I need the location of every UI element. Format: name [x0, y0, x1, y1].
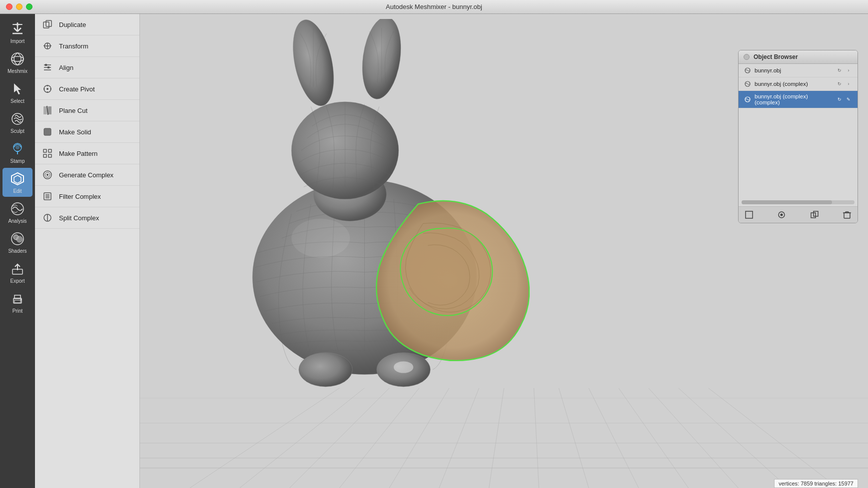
sidebar-item-analysis[interactable]: Analysis: [2, 198, 32, 227]
sidebar-item-label-print: Print: [12, 308, 23, 314]
window-title: Autodesk Meshmixer - bunnyr.obj: [386, 3, 482, 10]
sidebar-item-label-import: Import: [10, 38, 24, 44]
traffic-lights: [6, 3, 32, 10]
transform-icon: [42, 40, 53, 51]
plane-cut-label: Plane Cut: [59, 107, 87, 114]
make-pattern-icon: [42, 148, 53, 159]
object-browser: Object Browser bunnyr.obj ↻ › bunnyr.obj…: [738, 50, 858, 223]
ob-scrollbar-thumb[interactable]: [742, 200, 832, 204]
svg-rect-94: [746, 211, 753, 218]
sidebar-item-label-shaders: Shaders: [8, 248, 26, 254]
duplicate-label: Duplicate: [59, 21, 86, 28]
ob-item-0[interactable]: bunnyr.obj ↻ ›: [739, 64, 858, 77]
svg-point-87: [299, 353, 352, 387]
sidebar-item-edit[interactable]: Edit: [2, 168, 32, 197]
svg-point-23: [16, 236, 22, 242]
ob-spacer: [739, 108, 858, 198]
ob-refresh-btn-1[interactable]: ↻: [836, 80, 844, 88]
svg-rect-47: [48, 106, 51, 114]
ob-item-icon-0: [744, 66, 752, 74]
menu-item-create-pivot[interactable]: Create Pivot: [35, 78, 139, 100]
shaders-icon: [9, 231, 25, 247]
make-pattern-label: Make Pattern: [59, 150, 97, 157]
svg-line-79: [649, 388, 739, 488]
align-label: Align: [59, 64, 73, 71]
menu-item-split-complex[interactable]: Split Complex: [35, 207, 139, 229]
sidebar-item-label-select: Select: [10, 98, 24, 104]
filter-complex-label: Filter Complex: [59, 193, 101, 200]
sidebar-item-select[interactable]: Select: [2, 78, 32, 107]
ob-item-actions-2: ↻ ✎: [836, 95, 853, 103]
close-button[interactable]: [6, 3, 12, 10]
menu-item-transform[interactable]: Transform: [35, 35, 139, 57]
sculpt-icon: [9, 111, 25, 127]
object-browser-close[interactable]: [744, 54, 750, 60]
ob-refresh-btn-0[interactable]: ↻: [836, 66, 844, 74]
ob-item-1[interactable]: bunnyr.obj (complex) ↻ ›: [739, 77, 858, 91]
sidebar-item-export[interactable]: Export: [2, 258, 32, 287]
plane-cut-icon: [42, 105, 53, 116]
bunny-mesh: [180, 19, 530, 409]
ob-toolbar: [739, 206, 858, 223]
svg-line-80: [679, 388, 789, 488]
menu-item-filter-complex[interactable]: Filter Complex: [35, 186, 139, 207]
svg-marker-19: [14, 175, 21, 183]
menu-item-make-pattern[interactable]: Make Pattern: [35, 143, 139, 164]
sidebar-item-print[interactable]: Print: [2, 288, 32, 317]
ob-item-icon-2: [744, 95, 752, 103]
sidebar-item-shaders[interactable]: Shaders: [2, 228, 32, 257]
svg-point-90: [394, 361, 413, 373]
svg-point-11: [11, 56, 23, 61]
svg-point-89: [291, 219, 350, 258]
ob-arrow-btn-1[interactable]: ›: [845, 80, 853, 88]
edit-icon: [9, 171, 25, 187]
sidebar-item-import[interactable]: Import: [2, 18, 32, 47]
ob-tool-settings-btn[interactable]: [776, 209, 787, 220]
sidebar-item-label-export: Export: [10, 278, 25, 284]
ob-tool-box-btn[interactable]: [744, 209, 755, 220]
ob-item-2[interactable]: bunnyr.obj (complex) (complex) ↻ ✎: [739, 91, 858, 108]
ob-tool-copy-btn[interactable]: [809, 209, 820, 220]
menu-item-align[interactable]: Align: [35, 57, 139, 78]
make-solid-icon: [42, 126, 53, 137]
svg-rect-46: [43, 106, 47, 114]
sidebar-item-sculpt[interactable]: Sculpt: [2, 108, 32, 137]
svg-marker-12: [14, 83, 21, 94]
svg-line-48: [47, 106, 48, 115]
print-icon: [9, 291, 25, 307]
menu-item-make-solid[interactable]: Make Solid: [35, 121, 139, 143]
svg-line-75: [534, 388, 539, 488]
ob-tool-delete-btn[interactable]: [842, 209, 853, 220]
menu-item-plane-cut[interactable]: Plane Cut: [35, 100, 139, 121]
svg-line-76: [559, 388, 589, 488]
ob-arrow-btn-0[interactable]: ›: [845, 66, 853, 74]
svg-rect-38: [45, 64, 47, 66]
minimize-button[interactable]: [16, 3, 22, 10]
ob-item-actions-0: ↻ ›: [836, 66, 853, 74]
import-icon: [9, 21, 25, 37]
svg-rect-50: [43, 149, 46, 152]
duplicate-icon: [42, 19, 53, 30]
maximize-button[interactable]: [26, 3, 32, 10]
ob-scrollbar[interactable]: [742, 200, 855, 204]
sidebar-item-meshmix[interactable]: Meshmix: [2, 48, 32, 77]
svg-rect-99: [844, 213, 850, 218]
stamp-icon: [9, 141, 25, 157]
generate-complex-label: Generate Complex: [59, 171, 113, 179]
svg-point-41: [46, 88, 48, 90]
sidebar-item-stamp[interactable]: Stamp: [2, 138, 32, 167]
ob-item-text-1: bunnyr.obj (complex): [755, 81, 833, 87]
make-solid-label: Make Solid: [59, 128, 91, 136]
sidebar-item-label-edit: Edit: [13, 188, 21, 194]
object-browser-title: Object Browser: [754, 53, 798, 60]
title-bar: Autodesk Meshmixer - bunnyr.obj: [0, 0, 868, 14]
svg-point-10: [11, 53, 23, 65]
align-icon: [42, 62, 53, 73]
ob-refresh-btn-2[interactable]: ↻: [836, 95, 844, 103]
menu-item-generate-complex[interactable]: Generate Complex: [35, 164, 139, 186]
left-toolbar: Import Meshmix Select: [0, 14, 35, 488]
ob-edit-btn-2[interactable]: ✎: [845, 95, 853, 103]
meshmix-icon: [9, 51, 25, 67]
status-text: vertices: 7859 triangles: 15977: [779, 481, 854, 487]
menu-item-duplicate[interactable]: Duplicate: [35, 14, 139, 35]
